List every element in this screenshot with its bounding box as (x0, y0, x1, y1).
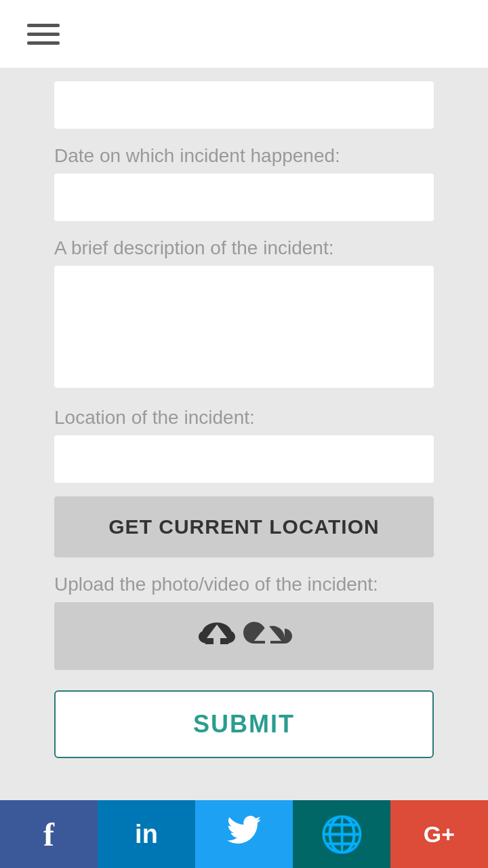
form-content: Date on which incident happened: A brief… (0, 68, 488, 785)
web-button[interactable]: 🌐 (293, 800, 390, 868)
header (0, 0, 488, 68)
googleplus-icon: G+ (424, 821, 455, 848)
upload-icon (193, 611, 241, 661)
upload-cloud-icon (241, 612, 295, 660)
googleplus-button[interactable]: G+ (390, 800, 488, 868)
web-icon: 🌐 (320, 814, 364, 855)
description-label: A brief description of the incident: (54, 237, 434, 259)
description-input[interactable] (54, 266, 434, 388)
facebook-icon: f (43, 816, 54, 853)
date-input[interactable] (54, 174, 434, 221)
first-input[interactable] (54, 81, 434, 129)
linkedin-icon: in (135, 820, 158, 849)
twitter-icon (227, 816, 261, 853)
menu-button[interactable] (27, 24, 60, 45)
upload-area[interactable] (54, 602, 434, 670)
submit-button[interactable]: SUBMIT (54, 690, 434, 758)
date-label: Date on which incident happened: (54, 145, 434, 167)
facebook-button[interactable]: f (0, 800, 98, 868)
location-input[interactable] (54, 435, 434, 483)
upload-label: Upload the photo/video of the incident: (54, 574, 434, 595)
get-location-button[interactable]: GET CURRENT LOCATION (54, 496, 434, 557)
linkedin-button[interactable]: in (98, 800, 195, 868)
twitter-button[interactable] (195, 800, 293, 868)
location-label: Location of the incident: (54, 407, 434, 429)
social-bar: f in 🌐 G+ (0, 800, 488, 868)
